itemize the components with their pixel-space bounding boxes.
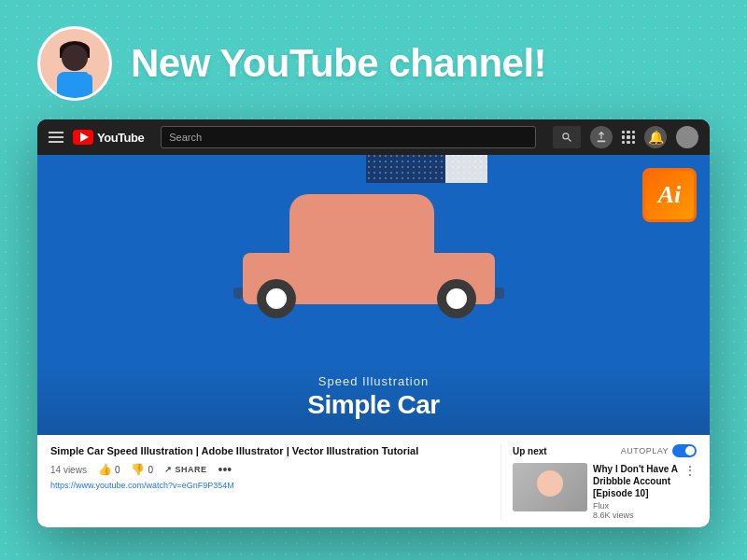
next-video-title: Why I Don't Have A Dribbble Account [Epi… — [593, 463, 678, 499]
thumbs-down-icon: 👎 — [131, 463, 145, 476]
youtube-logo-text: YouTube — [97, 131, 144, 145]
avatar-hand — [87, 67, 94, 75]
autoplay-row: AUTOPLAY — [621, 444, 697, 457]
video-meta-row: 14 views 👍 0 👎 0 ↗ SHARE ••• — [50, 462, 489, 477]
user-avatar-button[interactable] — [676, 126, 698, 148]
video-subtitle: Speed Illustration — [37, 374, 710, 388]
nav-icons: 🔔 — [590, 126, 698, 148]
next-video-item[interactable]: Why I Don't Have A Dribbble Account [Epi… — [513, 463, 697, 520]
video-info-right: Up next AUTOPLAY Why I Don't Have A Drib… — [500, 444, 697, 520]
notifications-bell-icon[interactable]: 🔔 — [644, 126, 667, 148]
thumbs-up-icon: 👍 — [98, 463, 112, 476]
youtube-logo-icon — [73, 130, 93, 145]
car-illustration — [224, 174, 523, 323]
upload-icon — [595, 131, 608, 144]
car-wheel-left — [257, 279, 296, 318]
hamburger-menu-button[interactable] — [49, 132, 63, 143]
next-video-info: Why I Don't Have A Dribbble Account [Epi… — [593, 463, 678, 520]
dislike-count: 0 — [148, 465, 153, 475]
dislike-button[interactable]: 👎 0 — [131, 463, 153, 476]
avatar — [37, 26, 112, 101]
next-video-more-button[interactable]: ⋮ — [684, 463, 697, 478]
video-player[interactable]: Ai Speed Illustration Simple Car — [37, 155, 710, 435]
like-button[interactable]: 👍 0 — [98, 463, 120, 476]
car-body-upper — [289, 194, 434, 259]
svg-point-0 — [563, 133, 569, 139]
window-highlight — [445, 155, 487, 183]
video-info-bar: Simple Car Speed Illustration | Adobe Il… — [37, 435, 710, 527]
ai-badge-text: Ai — [658, 181, 682, 209]
page-header: New YouTube channel! — [0, 0, 747, 119]
video-info-title: Simple Car Speed Illustration | Adobe Il… — [50, 444, 489, 458]
share-icon: ↗ — [164, 465, 173, 474]
share-label: SHARE — [176, 465, 207, 474]
search-button[interactable] — [553, 126, 581, 148]
svg-line-1 — [569, 139, 571, 142]
svg-rect-2 — [598, 141, 606, 143]
avatar-body — [57, 72, 92, 98]
next-video-thumbnail — [513, 463, 587, 511]
video-thumbnail: Ai Speed Illustration Simple Car — [37, 155, 710, 435]
video-text-overlay: Speed Illustration Simple Car — [37, 361, 710, 435]
search-icon — [561, 132, 572, 143]
next-channel-name: Flux — [593, 501, 678, 511]
autoplay-toggle[interactable] — [672, 444, 697, 457]
like-count: 0 — [115, 465, 120, 475]
up-next-label: Up next — [513, 446, 547, 456]
video-url[interactable]: https://www.youtube.com/watch?v=eGnF9P35… — [50, 481, 489, 490]
autoplay-text: AUTOPLAY — [621, 446, 669, 455]
video-info-left: Simple Car Speed Illustration | Adobe Il… — [50, 444, 489, 520]
person-avatar — [537, 470, 563, 497]
avatar-figure — [51, 37, 98, 98]
next-video-views: 8.6K views — [593, 511, 678, 520]
youtube-navbar: YouTube Search 🔔 — [37, 119, 710, 155]
car-window — [366, 155, 487, 183]
search-placeholder: Search — [169, 132, 202, 143]
apps-icon[interactable] — [622, 131, 635, 144]
search-bar[interactable]: Search — [161, 126, 536, 148]
up-next-header: Up next AUTOPLAY — [513, 444, 697, 457]
views-count: 14 views — [50, 465, 87, 475]
ai-illustrator-badge: Ai — [642, 168, 697, 222]
upload-button[interactable] — [590, 126, 613, 148]
more-options-button[interactable]: ••• — [218, 462, 233, 477]
next-thumb-face — [513, 463, 587, 511]
share-button[interactable]: ↗ SHARE — [164, 465, 207, 474]
car-wheel-right — [437, 279, 476, 318]
avatar-head — [62, 45, 88, 71]
browser-window: YouTube Search 🔔 — [37, 119, 710, 527]
video-main-title: Simple Car — [37, 390, 710, 420]
youtube-logo[interactable]: YouTube — [73, 130, 144, 145]
page-headline: New YouTube channel! — [131, 41, 546, 86]
